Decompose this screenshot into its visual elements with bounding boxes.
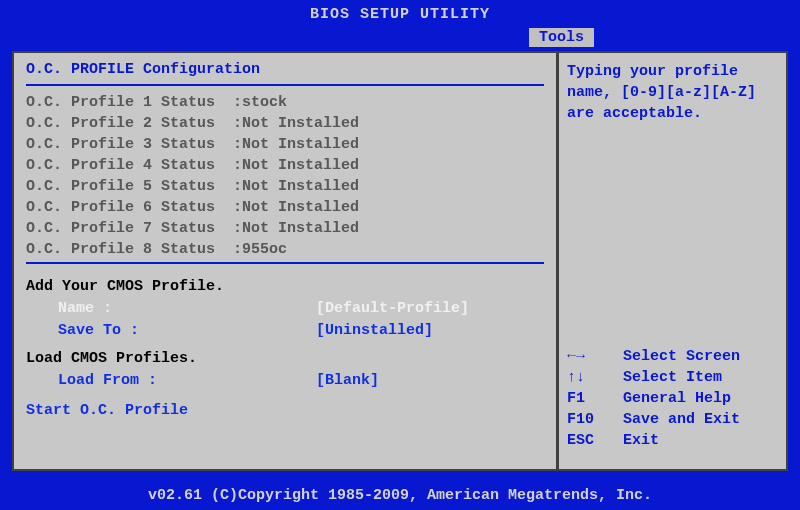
tab-label: Tools <box>539 29 584 46</box>
key-row: ←→ Select Screen <box>567 346 778 367</box>
saveto-field-row[interactable]: Save To : [Uninstalled] <box>26 320 544 342</box>
profile-status-row: O.C. Profile 4 Status :Not Installed <box>26 155 544 176</box>
name-value: [Default-Profile] <box>316 298 469 320</box>
key-desc: Select Item <box>623 367 722 388</box>
arrows-ud-icon: ↑↓ <box>567 367 623 388</box>
key-row: F1 General Help <box>567 388 778 409</box>
divider <box>26 84 544 86</box>
profile-status-row: O.C. Profile 1 Status :stock <box>26 92 544 113</box>
help-text-line: Typing your profile <box>567 61 778 82</box>
start-oc-profile[interactable]: Start O.C. Profile <box>26 402 544 419</box>
loadfrom-value: [Blank] <box>316 370 379 392</box>
arrows-lr-icon: ←→ <box>567 346 623 367</box>
divider <box>26 262 544 264</box>
footer-copyright: v02.61 (C)Copyright 1985-2009, American … <box>0 487 800 504</box>
key-desc: Select Screen <box>623 346 740 367</box>
profile-status-row: O.C. Profile 8 Status :955oc <box>26 239 544 260</box>
key-row: F10 Save and Exit <box>567 409 778 430</box>
tab-row: Tools <box>0 27 800 49</box>
profile-status-row: O.C. Profile 5 Status :Not Installed <box>26 176 544 197</box>
bios-window: BIOS SETUP UTILITY Tools O.C. PROFILE Co… <box>0 0 800 510</box>
key-desc: Exit <box>623 430 659 451</box>
app-title: BIOS SETUP UTILITY <box>310 6 490 23</box>
key-legend: ←→ Select Screen ↑↓ Select Item F1 Gener… <box>567 346 778 451</box>
saveto-value: [Uninstalled] <box>316 320 433 342</box>
load-profile-title: Load CMOS Profiles. <box>26 348 544 370</box>
name-field-row[interactable]: Name : [Default-Profile] <box>26 298 544 320</box>
key-desc: Save and Exit <box>623 409 740 430</box>
section-title: O.C. PROFILE Configuration <box>26 61 544 78</box>
help-text-line: name, [0-9][a-z][A-Z] <box>567 82 778 103</box>
f10-key: F10 <box>567 409 623 430</box>
profile-status-row: O.C. Profile 2 Status :Not Installed <box>26 113 544 134</box>
f1-key: F1 <box>567 388 623 409</box>
profile-status-row: O.C. Profile 3 Status :Not Installed <box>26 134 544 155</box>
main-area: O.C. PROFILE Configuration O.C. Profile … <box>12 51 788 471</box>
loadfrom-label: Load From : <box>26 370 316 392</box>
loadfrom-field-row[interactable]: Load From : [Blank] <box>26 370 544 392</box>
right-help-panel: Typing your profile name, [0-9][a-z][A-Z… <box>558 51 788 471</box>
key-row: ↑↓ Select Item <box>567 367 778 388</box>
left-panel: O.C. PROFILE Configuration O.C. Profile … <box>12 51 558 471</box>
tab-tools[interactable]: Tools <box>528 27 595 48</box>
title-bar: BIOS SETUP UTILITY <box>0 0 800 27</box>
name-label: Name : <box>26 298 316 320</box>
key-desc: General Help <box>623 388 731 409</box>
add-profile-title: Add Your CMOS Profile. <box>26 276 544 298</box>
help-text-line: are acceptable. <box>567 103 778 124</box>
esc-key: ESC <box>567 430 623 451</box>
profile-status-row: O.C. Profile 6 Status :Not Installed <box>26 197 544 218</box>
key-row: ESC Exit <box>567 430 778 451</box>
saveto-label: Save To : <box>26 320 316 342</box>
profile-status-row: O.C. Profile 7 Status :Not Installed <box>26 218 544 239</box>
